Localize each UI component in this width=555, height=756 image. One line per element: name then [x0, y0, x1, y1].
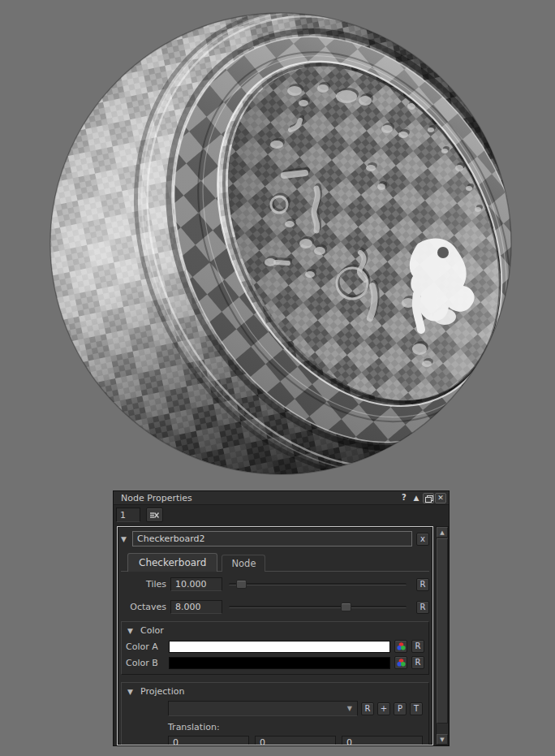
- octaves-slider-track[interactable]: [229, 606, 407, 608]
- color-wheel-icon: [397, 659, 406, 667]
- clear-panels-button[interactable]: [146, 508, 163, 522]
- tiles-slider-handle[interactable]: [236, 580, 247, 589]
- color-group-title: Color: [140, 625, 164, 636]
- collapse-projection-icon[interactable]: ▼: [127, 688, 140, 696]
- projection-group: ▼ Projection ▼ R + P T Translation:: [121, 682, 429, 745]
- panel-title: Node Properties: [121, 493, 398, 503]
- color-a-label: Color A: [126, 642, 165, 652]
- tiles-slider-track[interactable]: [229, 583, 407, 585]
- color-a-swatch[interactable]: [169, 641, 390, 653]
- translation-x-input[interactable]: [168, 736, 249, 745]
- node-header: ▼ x: [121, 531, 429, 546]
- node-properties-panel: Node Properties ? ▲ ✕ ▼ x Checkerboard: [113, 490, 450, 746]
- projection-group-title: Projection: [140, 686, 184, 697]
- panel-scrollbar[interactable]: ▲ ▼: [436, 526, 449, 745]
- float-window-icon[interactable]: [423, 493, 434, 503]
- param-row-octaves: Octaves R: [121, 597, 429, 617]
- projection-add-button[interactable]: +: [377, 702, 390, 715]
- shader-ball-preview: [0, 0, 555, 487]
- color-b-row: Color B R: [126, 656, 424, 669]
- color-group: ▼ Color Color A R Co: [121, 621, 429, 675]
- color-b-reset-button[interactable]: R: [411, 656, 424, 669]
- color-b-label: Color B: [126, 658, 165, 668]
- close-node-button[interactable]: x: [416, 533, 429, 546]
- clear-panels-icon: [150, 512, 159, 519]
- node-settings-panel: ▼ x Checkerboard Node Tiles R Octav: [117, 526, 433, 745]
- color-b-wheel-button[interactable]: [394, 656, 407, 669]
- octaves-reset-button[interactable]: R: [416, 601, 429, 614]
- collapse-node-icon[interactable]: ▼: [121, 535, 132, 543]
- undock-arrow-icon[interactable]: ▲: [411, 493, 422, 503]
- scrollbar-thumb[interactable]: [437, 538, 448, 724]
- color-a-wheel-button[interactable]: [394, 640, 407, 653]
- tab-node[interactable]: Node: [222, 555, 265, 572]
- color-b-swatch[interactable]: [169, 657, 390, 669]
- color-wheel-icon: [397, 642, 406, 650]
- projection-dropdown-row: ▼ R + P T: [168, 701, 423, 716]
- tab-bar: Checkerboard Node: [121, 552, 429, 572]
- projection-pick-button[interactable]: P: [394, 702, 407, 715]
- color-a-row: Color A R: [126, 640, 424, 653]
- panel-titlebar[interactable]: Node Properties ? ▲ ✕: [114, 491, 449, 505]
- close-panel-icon[interactable]: ✕: [435, 493, 446, 503]
- tiles-label: Tiles: [121, 579, 166, 590]
- help-icon[interactable]: ?: [398, 493, 410, 503]
- translation-fields: [168, 736, 423, 745]
- tiles-reset-button[interactable]: R: [416, 578, 429, 591]
- tiles-slider[interactable]: [229, 579, 407, 590]
- projection-transform-button[interactable]: T: [410, 702, 423, 715]
- octaves-slider[interactable]: [229, 602, 407, 612]
- node-name-input[interactable]: [132, 531, 412, 546]
- tiles-value-input[interactable]: [170, 577, 222, 591]
- chevron-down-icon: ▼: [347, 705, 352, 712]
- color-a-reset-button[interactable]: R: [411, 640, 424, 653]
- octaves-value-input[interactable]: [170, 600, 222, 614]
- octaves-label: Octaves: [121, 602, 166, 612]
- translation-label: Translation:: [168, 722, 424, 732]
- collapse-color-icon[interactable]: ▼: [127, 627, 140, 635]
- scroll-down-button[interactable]: ▼: [437, 734, 448, 745]
- tab-checkerboard[interactable]: Checkerboard: [127, 553, 217, 572]
- projection-dropdown[interactable]: ▼: [168, 701, 358, 716]
- octaves-slider-handle[interactable]: [341, 603, 351, 611]
- param-row-tiles: Tiles R: [121, 574, 429, 594]
- translation-y-input[interactable]: [255, 736, 336, 745]
- scroll-up-button[interactable]: ▲: [437, 527, 448, 538]
- projection-reset-button[interactable]: R: [361, 702, 374, 715]
- max-panels-input[interactable]: [116, 508, 140, 522]
- panel-toolbar: [114, 505, 449, 524]
- translation-z-input[interactable]: [342, 736, 423, 745]
